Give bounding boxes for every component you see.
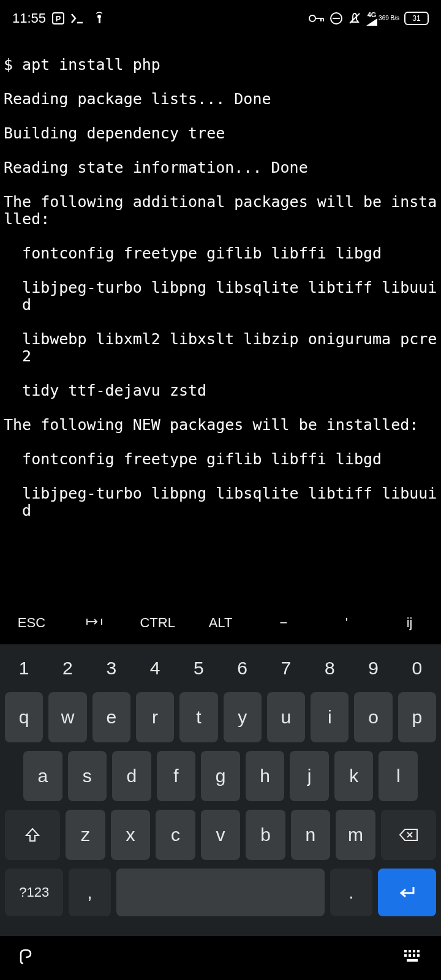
backspace-key[interactable] bbox=[381, 810, 436, 860]
do-not-disturb-icon bbox=[330, 12, 343, 25]
key-x[interactable]: x bbox=[111, 810, 150, 860]
key-f[interactable]: f bbox=[157, 751, 196, 801]
period-key[interactable]: . bbox=[330, 869, 372, 916]
key-w[interactable]: w bbox=[48, 692, 86, 742]
svg-point-4 bbox=[309, 15, 315, 21]
space-key[interactable] bbox=[116, 869, 325, 916]
key-e[interactable]: e bbox=[92, 692, 130, 742]
svg-rect-20 bbox=[417, 950, 420, 952]
svg-rect-25 bbox=[407, 959, 418, 962]
network-indicator: 4G 369 B/s bbox=[366, 12, 399, 26]
key-r[interactable]: r bbox=[136, 692, 174, 742]
key-5[interactable]: 5 bbox=[179, 653, 217, 684]
key-4[interactable]: 4 bbox=[136, 653, 174, 684]
key-6[interactable]: 6 bbox=[224, 653, 262, 684]
key-k[interactable]: k bbox=[334, 751, 374, 801]
svg-rect-23 bbox=[413, 954, 415, 957]
key-c[interactable]: c bbox=[156, 810, 195, 860]
key-2[interactable]: 2 bbox=[48, 653, 86, 684]
nav-back-icon[interactable] bbox=[18, 948, 37, 968]
key-0[interactable]: 0 bbox=[398, 653, 436, 684]
key-q[interactable]: q bbox=[5, 692, 43, 742]
key-9[interactable]: 9 bbox=[354, 653, 392, 684]
soft-keyboard: 1 2 3 4 5 6 7 8 9 0 q w e r t y u i o p … bbox=[0, 644, 441, 936]
key-m[interactable]: m bbox=[336, 810, 375, 860]
key-h[interactable]: h bbox=[246, 751, 285, 801]
shift-key[interactable] bbox=[5, 810, 60, 860]
cmd-line: $ apt install php bbox=[4, 56, 437, 74]
status-bar: 11:55 P 4G bbox=[0, 0, 441, 37]
svg-rect-24 bbox=[417, 954, 420, 957]
svg-rect-21 bbox=[404, 954, 407, 957]
svg-text:P: P bbox=[56, 14, 61, 23]
key-s[interactable]: s bbox=[68, 751, 107, 801]
svg-rect-19 bbox=[413, 950, 415, 952]
alt-key[interactable]: ALT bbox=[189, 606, 252, 639]
esc-key[interactable]: ESC bbox=[0, 606, 63, 639]
status-time: 11:55 bbox=[12, 10, 46, 26]
navigation-bar bbox=[0, 936, 441, 980]
key-t[interactable]: t bbox=[179, 692, 217, 742]
ctrl-key[interactable]: CTRL bbox=[126, 606, 189, 639]
key-7[interactable]: 7 bbox=[267, 653, 305, 684]
key-3[interactable]: 3 bbox=[92, 653, 130, 684]
key-j[interactable]: j bbox=[290, 751, 329, 801]
tap-icon bbox=[92, 12, 106, 25]
key-v[interactable]: v bbox=[201, 810, 240, 860]
key-u[interactable]: u bbox=[267, 692, 305, 742]
key-o[interactable]: o bbox=[354, 692, 392, 742]
apostrophe-key[interactable]: ' bbox=[315, 606, 378, 639]
vpn-key-icon bbox=[309, 13, 325, 23]
battery-indicator: 31 bbox=[404, 12, 429, 25]
key-a[interactable]: a bbox=[23, 751, 62, 801]
svg-rect-18 bbox=[409, 950, 411, 952]
key-1[interactable]: 1 bbox=[5, 653, 43, 684]
key-y[interactable]: y bbox=[224, 692, 262, 742]
number-row: 1 2 3 4 5 6 7 8 9 0 bbox=[5, 653, 436, 684]
enter-key[interactable] bbox=[378, 869, 436, 916]
ij-key[interactable]: ij bbox=[378, 606, 441, 639]
symbols-key[interactable]: ?123 bbox=[5, 869, 63, 916]
key-z[interactable]: z bbox=[66, 810, 105, 860]
dash-key[interactable]: − bbox=[252, 606, 315, 639]
tab-key[interactable] bbox=[63, 606, 126, 639]
key-g[interactable]: g bbox=[201, 751, 240, 801]
key-i[interactable]: i bbox=[311, 692, 349, 742]
mute-icon bbox=[348, 12, 361, 25]
terminal-prompt-icon bbox=[70, 12, 86, 24]
extra-keys-row: ESC CTRL ALT − ' ij bbox=[0, 601, 441, 644]
key-l[interactable]: l bbox=[379, 751, 418, 801]
svg-rect-17 bbox=[404, 950, 407, 952]
key-b[interactable]: b bbox=[246, 810, 285, 860]
terminal-output[interactable]: $ apt install php Reading package lists.… bbox=[0, 37, 441, 521]
key-p[interactable]: p bbox=[398, 692, 436, 742]
nav-keyboard-icon[interactable] bbox=[404, 950, 423, 966]
svg-point-3 bbox=[97, 15, 101, 18]
parking-icon: P bbox=[52, 12, 64, 24]
comma-key[interactable]: , bbox=[69, 869, 110, 916]
key-n[interactable]: n bbox=[291, 810, 330, 860]
key-d[interactable]: d bbox=[112, 751, 151, 801]
key-8[interactable]: 8 bbox=[311, 653, 349, 684]
svg-rect-22 bbox=[409, 954, 411, 957]
